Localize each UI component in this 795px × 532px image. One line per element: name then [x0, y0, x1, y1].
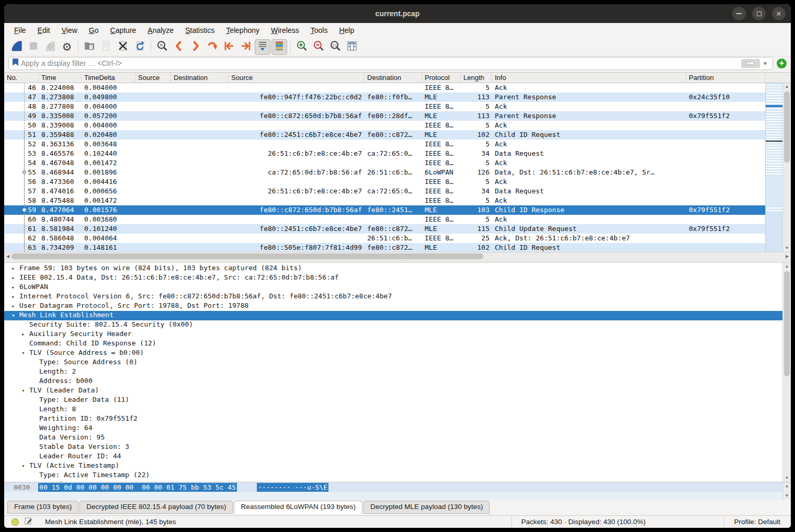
column-header-source[interactable]: Source: [229, 73, 365, 83]
detail-row[interactable]: Security Suite: 802.15.4 Security (0x00): [4, 320, 782, 330]
details-vscrollbar[interactable]: ▲ ▼: [782, 263, 791, 482]
detail-row[interactable]: ▸Internet Protocol Version 6, Src: fe80:…: [4, 292, 782, 302]
column-header-protocol[interactable]: Protocol: [422, 73, 461, 83]
expand-icon[interactable]: ▸: [12, 303, 19, 309]
collapse-icon[interactable]: ▾: [12, 312, 19, 319]
packet-row-51[interactable]: 518.3594880.020480fe80::2451:c6b7:e8ce:4…: [4, 130, 765, 140]
capture-options-button[interactable]: ⚙: [59, 39, 75, 55]
byte-tab-frame-103-bytes[interactable]: Frame (103 bytes): [7, 501, 78, 514]
apply-filter-button[interactable]: [741, 59, 760, 68]
go-forward-button[interactable]: [188, 39, 203, 55]
detail-row[interactable]: Address: b000: [4, 377, 782, 386]
detail-row[interactable]: Length: 8: [4, 405, 782, 414]
packet-list-vscrollbar[interactable]: ▲ ▼: [782, 83, 791, 252]
go-to-packet-button[interactable]: [205, 39, 220, 55]
menu-go[interactable]: Go: [83, 23, 105, 38]
packet-row-62[interactable]: 628.5860480.00406426:51:c6:b…IEEE 8…25Ac…: [4, 234, 765, 243]
detail-row[interactable]: Data Version: 95: [4, 433, 782, 443]
column-header-destination[interactable]: Destination: [171, 73, 229, 83]
scroll-down-icon[interactable]: ▼: [783, 475, 791, 482]
detail-row[interactable]: Command: Child ID Response (12): [4, 339, 782, 349]
collapse-icon[interactable]: ▾: [21, 387, 29, 394]
scroll-left-icon[interactable]: ◀: [4, 252, 12, 261]
packet-row-49[interactable]: 498.3350080.057200fe80::c872:650d:b7b8:5…: [4, 111, 765, 121]
packet-row-59[interactable]: 598.4770640.001576fe80::c872:650d:b7b8:5…: [4, 205, 765, 215]
column-header-time[interactable]: Time: [39, 73, 82, 83]
colorize-button[interactable]: [271, 39, 287, 55]
packet-row-60[interactable]: 608.4807440.003680IEEE 8…5Ack: [4, 215, 765, 224]
reload-file-button[interactable]: [132, 39, 147, 55]
scroll-down-icon[interactable]: ▼: [783, 492, 791, 500]
expand-icon[interactable]: ▸: [12, 274, 19, 281]
scroll-right-icon[interactable]: ▶: [783, 252, 791, 261]
find-packet-button[interactable]: A: [154, 39, 170, 55]
maximize-button[interactable]: [752, 7, 766, 20]
packet-row-55[interactable]: 558.4689440.001896ca:72:65:0d:b7:b8:56:a…: [4, 168, 765, 177]
column-header-no[interactable]: No.: [4, 73, 39, 83]
detail-row[interactable]: ▸IEEE 802.15.4 Data, Dst: 26:51:c6:b7:e8…: [4, 273, 782, 283]
byte-tab-decrypted-mle-payload-130-bytes[interactable]: Decrypted MLE payload (130 bytes): [364, 501, 490, 514]
packet-row-54[interactable]: 548.4670480.001472IEEE 8…5Ack: [4, 158, 765, 168]
menu-statistics[interactable]: Statistics: [179, 23, 220, 38]
scroll-down-icon[interactable]: ▼: [783, 245, 791, 252]
byte-tab-reassembled-6lowpan-193-bytes[interactable]: Reassembled 6LoWPAN (193 bytes): [234, 501, 362, 514]
collapse-icon[interactable]: ▾: [21, 350, 29, 356]
minimize-button[interactable]: [732, 7, 746, 20]
hex-row[interactable]: 0030 00 15 0d 00 00 00 00 00 00 00 01 75…: [4, 482, 791, 492]
column-header-partition[interactable]: Partition: [686, 73, 765, 83]
packet-row-50[interactable]: 508.3390080.004000IEEE 8…5Ack: [4, 121, 765, 130]
display-filter-input[interactable]: [21, 59, 741, 67]
column-header-source[interactable]: Source: [135, 73, 171, 83]
detail-row[interactable]: Type: Leader Data (11): [4, 396, 782, 405]
detail-row[interactable]: Length: 2: [4, 367, 782, 377]
packet-row-48[interactable]: 488.2778080.004000IEEE 8…5Ack: [4, 102, 765, 111]
detail-row[interactable]: Type: Active Timestamp (22): [4, 471, 782, 480]
hex-bytes-selected[interactable]: 00 15 0d 00 00 00 00 00 00 00 01 75 bb 5…: [38, 483, 237, 492]
collapse-icon[interactable]: ▾: [21, 462, 29, 469]
packet-row-46[interactable]: 468.2240080.004000IEEE 8…5Ack: [4, 83, 765, 92]
detail-row[interactable]: ▾TLV (Leader Data): [4, 386, 782, 396]
hex-ascii-selected[interactable]: ········ ···u·S\E: [257, 483, 328, 492]
packet-row-61[interactable]: 618.5819840.101240fe80::2451:c6b7:e8ce:4…: [4, 224, 765, 234]
menu-capture[interactable]: Capture: [105, 23, 142, 38]
scroll-up-icon[interactable]: ▲: [783, 83, 791, 90]
packet-row-53[interactable]: 538.4655760.10244026:51:c6:b7:e8:ce:4b:e…: [4, 149, 765, 158]
packet-row-47[interactable]: 478.2738080.049800fe80::947f:f476:22bc:c…: [4, 92, 765, 102]
go-back-button[interactable]: [171, 39, 187, 55]
detail-row[interactable]: ▸6LoWPAN: [4, 283, 782, 292]
menu-wireless[interactable]: Wireless: [265, 23, 305, 38]
packet-row-63[interactable]: 638.7342090.148161fe80::505e:f807:7f81:4…: [4, 243, 765, 252]
go-first-button[interactable]: [221, 39, 237, 55]
packet-row-58[interactable]: 588.4754880.001472IEEE 8…5Ack: [4, 196, 765, 205]
byte-tab-decrypted-ieee-802-15-4-payload-70-bytes[interactable]: Decrypted IEEE 802.15.4 payload (70 byte…: [80, 501, 233, 514]
start-capture-button[interactable]: [9, 39, 25, 55]
packet-row-57[interactable]: 578.4740160.00065626:51:c6:b7:e8:ce:4b:e…: [4, 187, 765, 196]
column-header-length[interactable]: Length: [461, 73, 492, 83]
detail-row[interactable]: Partition ID: 0x79f551f2: [4, 414, 782, 424]
menu-telephony[interactable]: Telephony: [220, 23, 265, 38]
expand-icon[interactable]: ▸: [21, 331, 29, 338]
menu-file[interactable]: File: [8, 23, 32, 38]
column-header-timedelta[interactable]: TimeDelta: [82, 73, 135, 83]
zoom-original-button[interactable]: 1:1: [327, 39, 343, 55]
open-file-button[interactable]: [82, 39, 97, 55]
detail-row[interactable]: Weighting: 64: [4, 424, 782, 433]
expert-info-icon[interactable]: [12, 518, 19, 526]
detail-row[interactable]: Stable Data Version: 3: [4, 443, 782, 452]
packet-row-56[interactable]: 568.4733600.004416IEEE 8…5Ack: [4, 177, 765, 187]
profile-status[interactable]: Profile: Default: [724, 516, 791, 527]
detail-row[interactable]: ▾TLV (Source Address = b0:00): [4, 349, 782, 358]
scroll-up-icon[interactable]: ▲: [783, 263, 791, 270]
add-filter-button[interactable]: +: [777, 59, 787, 68]
menu-help[interactable]: Help: [333, 23, 360, 38]
detail-row[interactable]: Type: Source Address (0): [4, 358, 782, 367]
zoom-in-button[interactable]: [294, 39, 310, 55]
intelligent-scrollbar-minimap[interactable]: [765, 83, 782, 252]
detail-row[interactable]: ▸User Datagram Protocol, Src Port: 19788…: [4, 302, 782, 311]
menu-analyze[interactable]: Analyze: [142, 23, 179, 38]
detail-row[interactable]: ▾TLV (Active Timestamp): [4, 461, 782, 471]
menu-tools[interactable]: Tools: [305, 23, 334, 38]
menu-view[interactable]: View: [56, 23, 83, 38]
menu-edit[interactable]: Edit: [32, 23, 56, 38]
zoom-out-button[interactable]: [311, 39, 326, 55]
